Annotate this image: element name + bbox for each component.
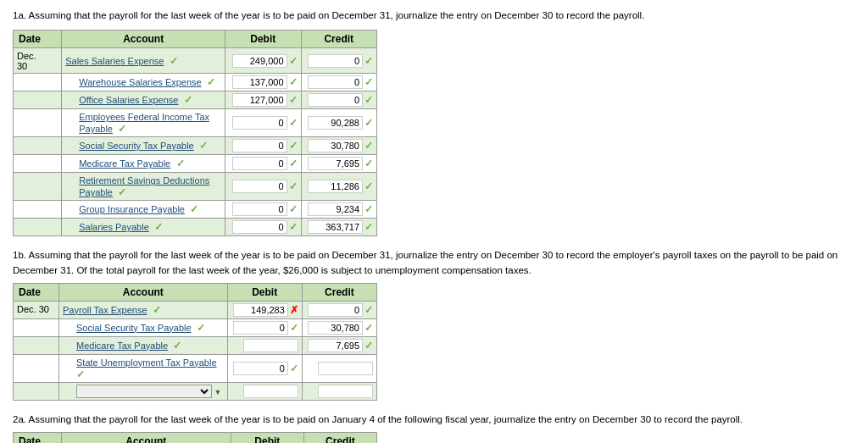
account-dropdown[interactable] — [76, 385, 212, 398]
table-row: Social Security Tax Payable ✓✓✓ — [14, 318, 377, 336]
debit-input[interactable] — [232, 202, 287, 216]
account-cell: Payroll Tax Expense ✓ — [59, 301, 228, 318]
credit-check-icon: ✓ — [364, 203, 373, 215]
debit-input[interactable] — [232, 75, 287, 89]
debit-cell: ✓ — [227, 318, 302, 336]
debit-input[interactable] — [232, 157, 287, 170]
account-check-icon: ✓ — [166, 55, 177, 67]
debit-cell: ✓ — [225, 109, 301, 137]
debit-cell: ✓ — [225, 201, 301, 219]
credit-input[interactable] — [308, 202, 363, 216]
account-cell: Salaries Payable ✓ — [62, 219, 225, 236]
header-credit-1b: Credit — [302, 283, 376, 301]
account-cell: Sales Salaries Expense ✓ — [62, 48, 225, 74]
debit-input[interactable] — [232, 139, 287, 152]
debit-cell: ✓ — [225, 219, 301, 236]
account-check-icon: ✓ — [194, 322, 205, 334]
account-check-icon: ✓ — [187, 203, 198, 215]
credit-input[interactable] — [308, 157, 363, 170]
debit-input[interactable] — [232, 93, 287, 107]
credit-input[interactable] — [308, 321, 363, 335]
credit-check-icon: ✓ — [364, 221, 373, 233]
table-row: Group Insurance Payable ✓✓✓ — [14, 201, 377, 219]
credit-cell: ✓ — [301, 109, 376, 137]
debit-input[interactable] — [232, 220, 287, 234]
credit-cell: ✓ — [302, 336, 376, 354]
table-row: Office Salaries Expense ✓✓✓ — [14, 91, 377, 109]
debit-check-icon: ✓ — [289, 221, 298, 233]
account-check-icon: ✓ — [150, 304, 161, 316]
debit-input[interactable] — [233, 321, 288, 335]
account-cell: Employees Federal Income Tax Payable ✓ — [62, 109, 225, 137]
credit-input[interactable] — [308, 93, 363, 107]
credit-check-icon: ✓ — [364, 322, 373, 334]
account-check-icon: ✓ — [181, 94, 192, 106]
date-cell: Dec. 30 — [14, 48, 62, 74]
debit-cell — [227, 336, 302, 354]
debit-input[interactable] — [232, 180, 287, 193]
debit-check-icon: ✓ — [290, 363, 298, 374]
credit-input[interactable] — [308, 220, 363, 234]
date-cell — [14, 109, 62, 137]
account-check-icon: ✓ — [76, 368, 85, 380]
header-debit-2a: Debit — [231, 433, 303, 444]
date-cell: Dec. 30 — [14, 301, 59, 318]
credit-check-icon: ✓ — [364, 158, 373, 169]
account-check-icon: ✓ — [170, 340, 181, 352]
debit-input[interactable] — [233, 303, 288, 317]
debit-check-icon: ✓ — [289, 117, 298, 129]
header-credit-2a: Credit — [303, 433, 376, 444]
credit-check-icon: ✓ — [364, 340, 373, 352]
credit-check-icon: ✓ — [364, 140, 373, 152]
header-debit-1a: Debit — [225, 30, 301, 48]
account-check-icon: ✓ — [204, 76, 215, 88]
credit-input[interactable] — [308, 303, 363, 317]
debit-cell: ✓ — [227, 354, 302, 382]
header-credit-1a: Credit — [301, 30, 376, 48]
account-name: Employees Federal Income Tax Payable — [79, 112, 209, 134]
credit-input[interactable] — [308, 139, 363, 152]
account-name: Social Security Tax Payable — [76, 323, 192, 333]
credit-input[interactable] — [308, 116, 363, 130]
credit-input[interactable] — [318, 362, 373, 375]
account-cell: Retirement Savings Deductions Payable ✓ — [62, 173, 225, 201]
credit-input[interactable] — [308, 75, 363, 89]
debit-input[interactable] — [232, 54, 287, 68]
account-name: Medicare Tax Payable — [76, 341, 168, 351]
credit-check-icon: ✓ — [364, 55, 373, 67]
credit-check-icon: ✓ — [364, 180, 373, 192]
table-row: ▼ — [14, 382, 377, 400]
debit-cell: ✗ — [227, 301, 302, 318]
account-name: Warehouse Salaries Expense — [79, 77, 202, 87]
credit-cell: ✓ — [301, 91, 376, 109]
credit-input[interactable] — [308, 339, 363, 352]
debit-cell: ✓ — [225, 173, 301, 201]
credit-input[interactable] — [308, 54, 363, 68]
debit-input[interactable] — [233, 362, 288, 375]
header-date-2a: Date — [14, 433, 62, 444]
table-row: Medicare Tax Payable ✓✓✓ — [14, 155, 377, 173]
credit-cell: ✓ — [301, 219, 376, 236]
journal-table-2a: Date Account Debit Credit Dec. 30 ▼ — [13, 432, 377, 443]
date-cell — [14, 173, 62, 201]
account-check-icon: ✓ — [115, 123, 126, 135]
account-cell: ▼ — [59, 382, 228, 400]
credit-input[interactable] — [318, 385, 373, 398]
table-row: Retirement Savings Deductions Payable ✓✓… — [14, 173, 377, 201]
account-cell: Group Insurance Payable ✓ — [62, 201, 225, 219]
account-cell: Medicare Tax Payable ✓ — [62, 155, 225, 173]
header-account-1a: Account — [62, 30, 225, 48]
debit-input[interactable] — [243, 339, 298, 352]
credit-check-icon: ✓ — [364, 117, 373, 129]
debit-input[interactable] — [232, 116, 287, 130]
debit-check-icon: ✓ — [290, 322, 298, 334]
date-cell — [14, 219, 62, 236]
debit-check-icon: ✓ — [289, 94, 298, 106]
account-name: Social Security Tax Payable — [79, 141, 194, 151]
account-name: Sales Salaries Expense — [65, 56, 164, 66]
account-cell: Warehouse Salaries Expense ✓ — [62, 74, 225, 91]
debit-input[interactable] — [243, 385, 298, 398]
credit-check-icon: ✓ — [364, 76, 373, 88]
debit-check-icon: ✓ — [289, 158, 298, 169]
credit-input[interactable] — [308, 180, 363, 193]
